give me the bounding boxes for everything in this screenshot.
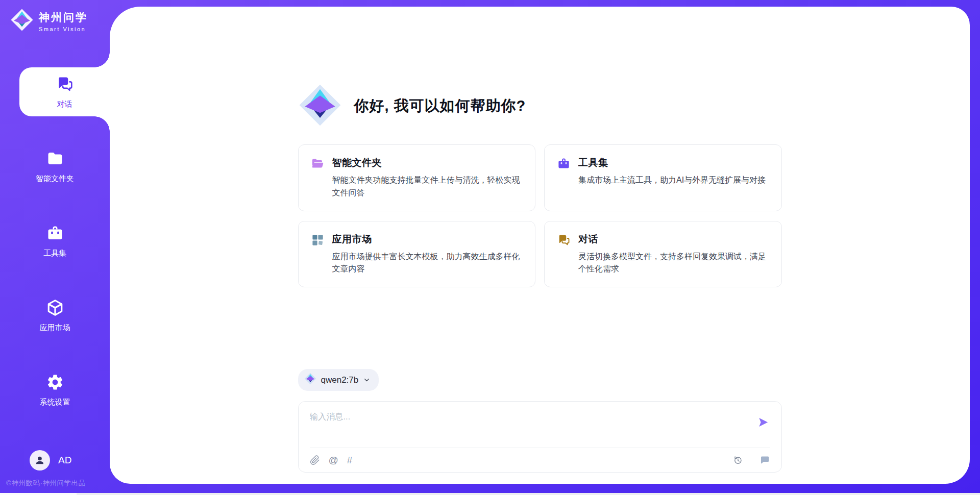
sidebar-item-label: 对话 (57, 100, 72, 109)
folder-icon (46, 150, 64, 170)
mention-icon[interactable]: @ (329, 455, 338, 465)
chevron-down-icon (363, 376, 371, 384)
greeting-title: 你好, 我可以如何帮助你? (354, 96, 526, 116)
card-chat[interactable]: 对话 灵活切换多模型文件，支持多样回复效果调试，满足个性化需求 (544, 221, 782, 288)
card-title: 工具集 (578, 156, 766, 169)
card-title: 智能文件夹 (332, 156, 523, 169)
gear-icon (46, 373, 64, 393)
card-app-market[interactable]: 应用市场 应用市场提供丰富长文本模板，助力高效生成多样化文章内容 (298, 221, 536, 288)
card-description: 集成市场上主流工具，助力AI与外界无缝扩展与对接 (578, 174, 766, 187)
sidebar-item-smart-folder[interactable]: 智能文件夹 (0, 142, 110, 191)
model-name: qwen2:7b (321, 375, 359, 385)
sidebar: 神州问学 Smart Vision 对话 智能文件夹 (0, 0, 110, 495)
greeting-row: 你好, 我可以如何帮助你? (298, 83, 782, 129)
sidebar-item-label: 工具集 (43, 249, 66, 258)
attachment-icon[interactable] (310, 455, 320, 465)
cube-icon (46, 299, 64, 319)
briefcase-icon (557, 157, 571, 170)
sidebar-item-chat[interactable]: 对话 (19, 67, 110, 116)
user-profile[interactable]: AD (0, 450, 110, 471)
card-title: 对话 (578, 233, 769, 246)
horizontal-scrollbar[interactable] (0, 493, 980, 495)
app-name: 神州问学 (39, 10, 88, 24)
app-subtitle: Smart Vision (39, 26, 88, 32)
copyright-text: ©神州数码·神州问学出品 (0, 471, 110, 495)
sidebar-nav: 对话 智能文件夹 工具集 (0, 67, 110, 440)
sidebar-item-label: 系统设置 (40, 398, 70, 407)
card-title: 应用市场 (332, 233, 523, 246)
sidebar-item-label: 应用市场 (40, 323, 70, 333)
app-root: { "app": { "name": "神州问学", "subtitle": "… (0, 0, 980, 495)
sidebar-item-app-market[interactable]: 应用市场 (0, 291, 110, 340)
toolbox-icon (46, 224, 64, 244)
chat-icon (56, 75, 74, 95)
main-content: 你好, 我可以如何帮助你? 智能文件夹 智能文件夹功能支持批量文件上传与清洗，轻… (298, 7, 782, 473)
card-description: 灵活切换多模型文件，支持多样回复效果调试，满足个性化需求 (578, 251, 769, 276)
user-name: AD (58, 455, 71, 466)
history-icon[interactable] (732, 455, 743, 465)
comment-icon[interactable] (760, 455, 770, 465)
card-toolset[interactable]: 工具集 集成市场上主流工具，助力AI与外界无缝扩展与对接 (544, 144, 782, 211)
brand-diamond-icon (298, 83, 342, 129)
diamond-logo-icon (10, 8, 34, 34)
model-selector-row: qwen2:7b (298, 369, 782, 391)
message-input[interactable] (310, 409, 757, 439)
card-smart-folder[interactable]: 智能文件夹 智能文件夹功能支持批量文件上传与清洗，轻松实现文件问答 (298, 144, 536, 211)
message-composer: @ # (298, 401, 782, 473)
sidebar-item-label: 智能文件夹 (36, 174, 74, 184)
main-panel: 你好, 我可以如何帮助你? 智能文件夹 智能文件夹功能支持批量文件上传与清洗，轻… (110, 7, 970, 484)
model-diamond-icon (304, 373, 316, 387)
folder-open-icon (311, 157, 325, 170)
model-selector[interactable]: qwen2:7b (298, 369, 379, 391)
chat-icon (557, 233, 571, 247)
sidebar-item-toolset[interactable]: 工具集 (0, 216, 110, 265)
app-logo: 神州问学 Smart Vision (0, 0, 110, 34)
sidebar-item-settings[interactable]: 系统设置 (0, 365, 110, 414)
feature-cards: 智能文件夹 智能文件夹功能支持批量文件上传与清洗，轻松实现文件问答 工具集 集成… (298, 144, 782, 287)
hash-icon[interactable]: # (347, 455, 353, 465)
card-description: 智能文件夹功能支持批量文件上传与清洗，轻松实现文件问答 (332, 174, 523, 200)
avatar (30, 450, 50, 471)
send-icon[interactable] (757, 416, 769, 428)
grid-cube-icon (311, 233, 325, 247)
card-description: 应用市场提供丰富长文本模板，助力高效生成多样化文章内容 (332, 251, 523, 276)
